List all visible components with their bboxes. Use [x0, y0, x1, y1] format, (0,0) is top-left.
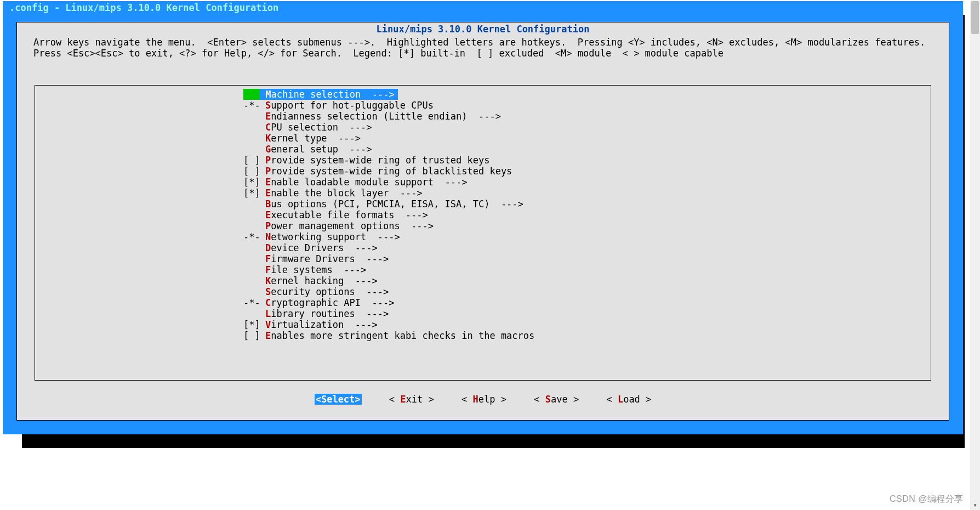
menu-item[interactable]: [*] Virtualization ---> — [35, 319, 931, 330]
menu-list[interactable]: Machine selection --->-*- Support for ho… — [35, 89, 931, 377]
menu-item[interactable]: File systems ---> — [35, 264, 931, 275]
window-title: .config - Linux/mips 3.10.0 Kernel Confi… — [3, 1, 963, 14]
menu-item-prefix — [243, 209, 265, 220]
help-button[interactable]: < Help > — [461, 394, 506, 405]
menu-item-prefix — [243, 122, 265, 133]
menu-item-label: Kernel hacking ---> — [265, 275, 378, 286]
menu-item[interactable]: [ ] Provide system-wide ring of trusted … — [35, 155, 931, 166]
menu-item-prefix — [243, 199, 265, 209]
menu-item-prefix — [243, 264, 265, 275]
menu-item-prefix — [243, 220, 265, 231]
menu-item[interactable]: -*- Cryptographic API ---> — [35, 297, 931, 308]
menu-item-prefix — [243, 275, 265, 286]
menu-item-label: Device Drivers ---> — [265, 242, 378, 253]
dialog-instructions: Arrow keys navigate the menu. <Enter> se… — [33, 37, 932, 59]
menu-item-prefix — [243, 286, 265, 297]
menu-item[interactable]: Executable file formats ---> — [35, 209, 931, 220]
menu-item[interactable]: Security options ---> — [35, 286, 931, 297]
menu-box: Machine selection --->-*- Support for ho… — [35, 85, 931, 381]
load-button[interactable]: < Load > — [606, 394, 651, 405]
menu-item[interactable]: General setup ---> — [35, 144, 931, 155]
terminal-window: .config - Linux/mips 3.10.0 Kernel Confi… — [3, 1, 963, 445]
menu-item-label: Enable loadable module support ---> — [265, 177, 467, 188]
menu-item-label: Provide system-wide ring of trusted keys — [265, 155, 489, 166]
menu-item-prefix: [ ] — [243, 166, 265, 177]
menu-item-label: Library routines ---> — [265, 308, 389, 319]
menu-item[interactable]: [*] Enable loadable module support ---> — [35, 177, 931, 188]
menu-item-label: CPU selection ---> — [265, 122, 372, 133]
button-row: <Select> < Exit > < Help > < Save > < Lo… — [17, 394, 949, 405]
menu-item-prefix — [243, 111, 265, 122]
menu-item-prefix: -*- — [243, 231, 265, 242]
menu-item[interactable]: -*- Support for hot-pluggable CPUs — [35, 100, 931, 111]
menu-item-label: General setup ---> — [265, 144, 372, 155]
menu-item-prefix: [*] — [243, 319, 265, 330]
menu-item-label: Networking support ---> — [265, 231, 400, 242]
menu-item[interactable]: [*] Enable the block layer ---> — [35, 188, 931, 199]
menu-item-label: Firmware Drivers ---> — [265, 253, 389, 264]
config-dialog: Linux/mips 3.10.0 Kernel Configuration A… — [16, 22, 949, 421]
menu-item-prefix — [243, 308, 265, 319]
watermark: CSDN @编程分享 — [890, 494, 964, 505]
scrollbar-thumb[interactable] — [971, 1, 979, 34]
menu-item[interactable]: Device Drivers ---> — [35, 242, 931, 253]
menu-item-label: Bus options (PCI, PCMCIA, EISA, ISA, TC)… — [265, 199, 523, 209]
menu-item[interactable]: Machine selection ---> — [35, 89, 931, 100]
menu-item[interactable]: Kernel type ---> — [35, 133, 931, 144]
menu-item[interactable]: Kernel hacking ---> — [35, 275, 931, 286]
menu-item[interactable]: Endianness selection (Little endian) ---… — [35, 111, 931, 122]
menu-item[interactable]: Library routines ---> — [35, 308, 931, 319]
menu-item-label: Security options ---> — [265, 286, 389, 297]
menu-item-label: Endianness selection (Little endian) ---… — [265, 111, 501, 122]
save-button[interactable]: < Save > — [534, 394, 579, 405]
menu-item-label: Provide system-wide ring of blacklisted … — [265, 166, 512, 177]
menu-item[interactable]: -*- Networking support ---> — [35, 231, 931, 242]
menu-item-prefix: [*] — [243, 188, 265, 199]
menu-item-prefix — [243, 253, 265, 264]
menu-item-prefix: [ ] — [243, 155, 265, 166]
dialog-title: Linux/mips 3.10.0 Kernel Configuration — [17, 24, 949, 35]
menu-item-label: Virtualization ---> — [265, 319, 378, 330]
menu-item[interactable]: Power management options ---> — [35, 220, 931, 231]
menu-item-label: File systems ---> — [265, 264, 366, 275]
menu-item-label: Enable the block layer ---> — [265, 188, 423, 199]
menu-item-label: Support for hot-pluggable CPUs — [265, 100, 434, 111]
menu-item-label: Cryptographic API ---> — [265, 297, 394, 308]
menu-item[interactable]: Bus options (PCI, PCMCIA, EISA, ISA, TC)… — [35, 199, 931, 209]
menu-item-label: Machine selection ---> — [260, 89, 398, 100]
menu-item-label: Enables more stringent kabi checks in th… — [265, 330, 534, 341]
menu-item-prefix — [243, 144, 265, 155]
menu-item-prefix — [243, 242, 265, 253]
menu-item[interactable]: [ ] Provide system-wide ring of blacklis… — [35, 166, 931, 177]
exit-button[interactable]: < Exit > — [389, 394, 434, 405]
menu-item[interactable]: Firmware Drivers ---> — [35, 253, 931, 264]
menu-item-prefix: -*- — [243, 100, 265, 111]
scrollbar-track[interactable]: ▴ ▾ — [970, 0, 980, 510]
select-button[interactable]: <Select> — [315, 394, 362, 405]
menu-item[interactable]: CPU selection ---> — [35, 122, 931, 133]
menu-item-prefix: -*- — [243, 297, 265, 308]
scroll-down-icon[interactable]: ▾ — [970, 500, 980, 510]
menu-item-prefix — [243, 133, 265, 144]
window-frame: .config - Linux/mips 3.10.0 Kernel Confi… — [3, 1, 963, 434]
menu-item-prefix: [ ] — [243, 330, 265, 341]
menu-item-prefix: [*] — [243, 177, 265, 188]
menu-item[interactable]: [ ] Enables more stringent kabi checks i… — [35, 330, 931, 341]
menu-item-label: Power management options ---> — [265, 220, 434, 231]
selection-marker — [243, 89, 260, 100]
menu-item-label: Kernel type ---> — [265, 133, 361, 144]
menu-item-label: Executable file formats ---> — [265, 209, 428, 220]
